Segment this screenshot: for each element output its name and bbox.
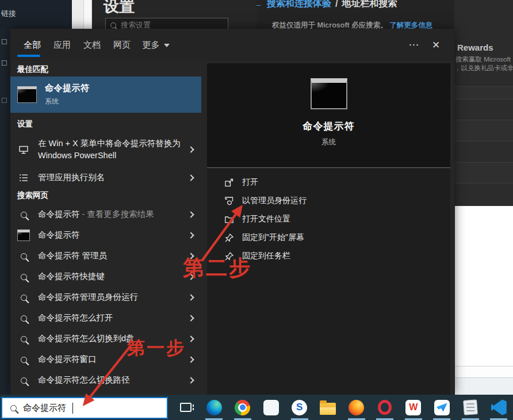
tab-all[interactable]: 全部	[17, 36, 47, 54]
edge-settings-page: ← 搜索和连接体验 / 地址栏和搜索 权益仅适用于 Microsoft 必应搜索…	[256, 0, 454, 29]
settings-section-header: 设置	[17, 119, 201, 128]
web-suggestion[interactable]: 命令提示符管理员身份运行	[10, 287, 201, 308]
settings-result-app-alias[interactable]: 管理应用执行别名	[10, 170, 201, 185]
action-pin-to-taskbar[interactable]: 固定到任务栏	[207, 247, 450, 265]
task-view-icon[interactable]	[171, 395, 200, 420]
search-results-column: 最佳匹配 命令提示符 系统 设置 在 Win + X 菜单中将命令提示符替换为 …	[10, 61, 201, 395]
active-tab-indicator	[17, 55, 40, 57]
result-detail-pane: 命令提示符 系统 打开 以管理员身份运行 打开文件位置 固定到	[207, 63, 450, 395]
settings-nav-strip	[0, 29, 10, 395]
tab-more[interactable]: 更多	[137, 36, 175, 54]
action-open-file-location[interactable]: 打开文件位置	[207, 210, 450, 228]
web-suggestion-app[interactable]: 命令提示符	[10, 225, 201, 246]
search-icon	[17, 357, 30, 363]
bing-notice-text: 权益仅适用于 Microsoft 必应搜索。	[272, 21, 388, 29]
learn-more-link[interactable]: 了解更多信息	[389, 21, 432, 29]
settings-search-placeholder: 搜索设置	[121, 20, 151, 29]
search-icon	[17, 212, 30, 218]
settings-search-box[interactable]: 搜索设置	[105, 18, 228, 29]
rewards-title: Rewards	[457, 43, 493, 52]
settings-row-partial	[454, 86, 513, 99]
bing-notice: 权益仅适用于 Microsoft 必应搜索。 了解更多信息	[272, 21, 432, 29]
screen: 链接 设置 搜索设置 ← 搜索和连接体验 / 地址栏和搜索 权益仅适用于 Mic…	[0, 0, 513, 420]
tab-documents[interactable]: 文档	[77, 36, 107, 54]
chevron-right-icon	[187, 315, 194, 321]
wps-office-icon[interactable]: W	[399, 395, 428, 420]
settings-result-powershell-swap[interactable]: 在 Win + X 菜单中将命令提示符替换为 Windows PowerShel…	[10, 133, 201, 166]
breadcrumb-current: 地址栏和搜索	[342, 0, 397, 10]
breadcrumb-link[interactable]: 搜索和连接体验	[267, 0, 331, 10]
taskbar-search-input[interactable]: 命令提示符	[1, 397, 168, 419]
search-icon	[17, 377, 30, 384]
web-suggestion[interactable]: 命令提示符怎么切换路径	[10, 370, 201, 391]
action-open[interactable]: 打开	[207, 173, 450, 192]
settings-row-partial	[454, 99, 513, 120]
vscode-icon[interactable]	[485, 395, 513, 420]
tim-icon[interactable]	[428, 395, 457, 420]
web-suggestion[interactable]: 命令提示符快捷键	[10, 266, 201, 287]
taskbar: 命令提示符 SW	[0, 395, 513, 420]
web-suggestion[interactable]: 命令提示符怎么切换到d盘	[10, 329, 201, 349]
opera-icon	[378, 400, 392, 415]
action-run-as-admin[interactable]: 以管理员身份运行	[207, 192, 450, 210]
chrome-icon	[235, 400, 250, 415]
web-search-header: 搜索网页	[17, 190, 201, 200]
search-icon	[17, 253, 30, 259]
chevron-right-icon	[187, 377, 194, 383]
firefox-icon	[349, 400, 364, 415]
edge-icon	[206, 400, 222, 415]
microsoft-store-icon[interactable]	[257, 395, 286, 420]
edge-icon[interactable]	[200, 395, 229, 420]
web-suggestion[interactable]: 命令提示符 管理员	[10, 246, 201, 266]
search-icon	[10, 405, 17, 411]
web-suggestions-list: 命令提示符 - 查看更多搜索结果 命令提示符 命令提示符 管理员 命令提示符快捷…	[10, 204, 201, 391]
shield-icon	[224, 196, 234, 206]
notepad-icon[interactable]	[456, 395, 485, 420]
command-prompt-icon	[17, 86, 37, 103]
chevron-right-icon	[187, 211, 194, 217]
options-ellipsis-button[interactable]: ⋯	[406, 37, 422, 53]
settings-left-nav: 链接	[0, 0, 72, 29]
settings-row-partial	[454, 141, 513, 162]
settings-nav-item-partial[interactable]: 链接	[1, 9, 16, 19]
window-edge-strip	[72, 0, 92, 29]
file-explorer-icon[interactable]	[314, 395, 343, 420]
search-icon	[17, 295, 30, 301]
settings-row-partial	[454, 183, 513, 206]
detail-title: 命令提示符	[303, 120, 355, 133]
search-input-value: 命令提示符	[23, 403, 66, 414]
windows-search-flyout: 全部 应用 文档 网页 更多 ⋯ ✕ 最佳匹配 命令提示符 系统 设置	[10, 29, 454, 395]
close-icon[interactable]: ✕	[428, 37, 444, 53]
tab-web[interactable]: 网页	[107, 36, 137, 54]
action-pin-to-start[interactable]: 固定到"开始"屏幕	[207, 228, 450, 247]
best-match-result[interactable]: 命令提示符 系统	[10, 77, 201, 113]
context-actions: 打开 以管理员身份运行 打开文件位置 固定到"开始"屏幕 固定到任务栏	[207, 173, 450, 265]
web-suggestion[interactable]: 命令提示符怎么打开	[10, 308, 201, 329]
rewards-line2: ，以兑换礼品卡或非营	[454, 64, 513, 72]
tab-apps[interactable]: 应用	[47, 36, 77, 54]
vscode-icon	[491, 400, 507, 415]
search-icon	[17, 274, 30, 280]
chevron-right-icon	[187, 335, 194, 342]
list-icon	[17, 173, 30, 182]
web-suggestion[interactable]: 命令提示符 - 查看更多搜索结果	[10, 204, 201, 225]
result-preview: 命令提示符 系统	[207, 63, 450, 168]
rewards-line1: 搜索赢取 Microsoft	[455, 55, 511, 64]
back-arrow-icon[interactable]: ←	[256, 0, 263, 10]
opera-icon[interactable]	[371, 395, 400, 420]
chevron-right-icon	[187, 294, 194, 300]
chrome-icon[interactable]	[228, 395, 257, 420]
firefox-icon[interactable]	[342, 395, 371, 420]
sogou-browser-icon[interactable]: S	[285, 395, 314, 420]
chevron-right-icon	[187, 356, 194, 362]
microsoft-store-icon	[263, 400, 279, 415]
chevron-down-icon	[164, 44, 170, 47]
background-page-footer-bar	[455, 377, 513, 395]
breadcrumb-separator: /	[335, 0, 338, 9]
background-page-white-area	[455, 206, 513, 366]
chevron-right-icon	[187, 146, 194, 152]
web-suggestion[interactable]: 命令提示符窗口	[10, 349, 201, 370]
search-icon	[110, 22, 116, 28]
edge-settings-right-column: Rewards 搜索赢取 Microsoft ，以兑换礼品卡或非营	[454, 0, 513, 395]
best-match-title: 命令提示符	[45, 83, 90, 94]
